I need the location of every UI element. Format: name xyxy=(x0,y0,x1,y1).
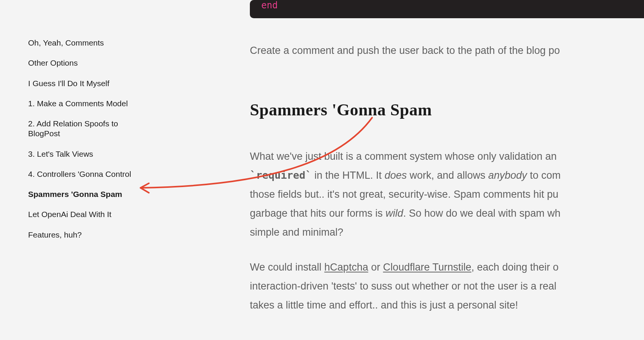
toc-item-7[interactable]: Spammers 'Gonna Spam xyxy=(28,189,150,199)
emphasis: does xyxy=(385,170,407,181)
toc-item-2[interactable]: I Guess I'll Do It Myself xyxy=(28,79,150,88)
text: takes a little time and effort.. and thi… xyxy=(250,299,518,311)
section-heading: Spammers 'Gonna Spam xyxy=(250,100,644,120)
inline-code: `required` xyxy=(250,169,312,181)
table-of-contents: Oh, Yeah, CommentsOther OptionsI Guess I… xyxy=(28,38,150,250)
body-paragraph-1: What we've just built is a comment syste… xyxy=(250,147,644,242)
lead-paragraph: Create a comment and push the user back … xyxy=(250,41,644,60)
text: simple and minimal? xyxy=(250,227,343,238)
text: What we've just built is a comment syste… xyxy=(250,151,557,162)
toc-item-1[interactable]: Other Options xyxy=(28,58,150,68)
toc-item-9[interactable]: Features, huh? xyxy=(28,230,150,240)
text: , each doing their o xyxy=(471,261,559,273)
toc-item-0[interactable]: Oh, Yeah, Comments xyxy=(28,38,150,48)
text: garbage that hits our forms is xyxy=(250,208,385,219)
toc-item-3[interactable]: 1. Make a Comments Model xyxy=(28,99,150,109)
emphasis: wild xyxy=(385,208,403,219)
text: We could install xyxy=(250,261,324,273)
toc-item-4[interactable]: 2. Add Relation Spoofs to BlogPost xyxy=(28,119,150,139)
article-body: end Create a comment and push the user b… xyxy=(250,0,644,315)
text: interaction-driven 'tests' to suss out w… xyxy=(250,280,556,292)
link-cloudflare-turnstile[interactable]: Cloudflare Turnstile xyxy=(383,261,472,273)
link-hcaptcha[interactable]: hCaptcha xyxy=(324,261,368,273)
text: to com xyxy=(527,170,561,181)
body-paragraph-2: We could install hCaptcha or Cloudflare … xyxy=(250,258,644,315)
text: in the HTML. It xyxy=(312,170,385,181)
toc-item-6[interactable]: 4. Controllers 'Gonna Control xyxy=(28,169,150,179)
toc-item-8[interactable]: Let OpenAi Deal With It xyxy=(28,209,150,219)
text: work, and allows xyxy=(407,170,488,181)
text: or xyxy=(368,261,383,273)
text: those fields but.. it's not great, secur… xyxy=(250,189,559,200)
text: . So how do we deal with spam wh xyxy=(403,208,560,219)
code-snippet: end xyxy=(261,0,278,10)
emphasis: anybody xyxy=(488,170,527,181)
code-block: end xyxy=(250,0,644,18)
toc-item-5[interactable]: 3. Let's Talk Views xyxy=(28,149,150,159)
text: Create a comment and push the user back … xyxy=(250,45,560,56)
